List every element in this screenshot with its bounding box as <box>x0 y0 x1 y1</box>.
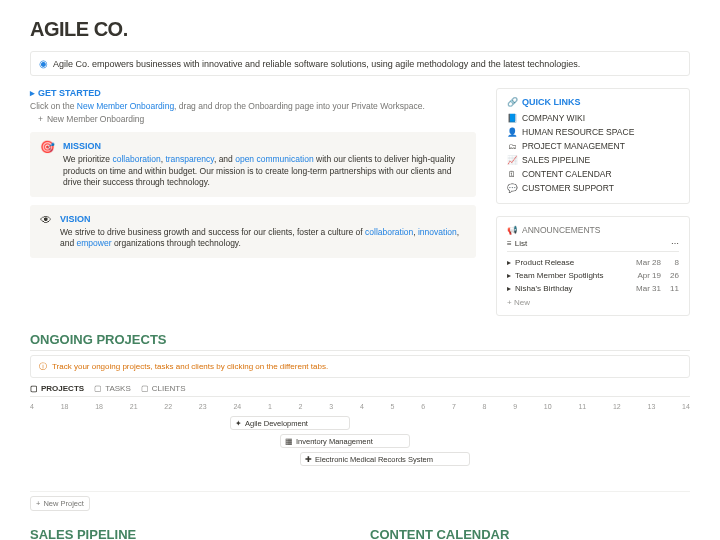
empower-link[interactable]: empower <box>77 238 112 248</box>
timeline-bar[interactable]: ✦Agile Development <box>230 416 350 430</box>
project-timeline[interactable]: ✦Agile Development ▦Inventory Management… <box>30 412 690 492</box>
globe-icon: ◉ <box>39 58 48 69</box>
quick-link-item[interactable]: 💬CUSTOMER SUPPORT <box>507 181 679 195</box>
timeline-date: 21 <box>130 403 138 410</box>
timeline-date: 18 <box>95 403 103 410</box>
timeline-date: 12 <box>613 403 621 410</box>
vision-title: VISION <box>60 213 466 225</box>
transparency-link[interactable]: transparency <box>165 154 214 164</box>
timeline-date: 4 <box>360 403 364 410</box>
timeline-date: 14 <box>682 403 690 410</box>
timeline-bar[interactable]: ▦Inventory Management <box>280 434 410 448</box>
ql-icon: 👤 <box>507 127 517 137</box>
timeline-date: 4 <box>30 403 34 410</box>
timeline-date: 22 <box>164 403 172 410</box>
ql-icon: 🗓 <box>507 169 517 179</box>
onboarding-page-link[interactable]: +New Member Onboarding <box>38 114 476 124</box>
ql-icon: 🗂 <box>507 141 517 151</box>
get-started-label: ▸GET STARTED <box>30 88 476 98</box>
quick-link-item[interactable]: 📈SALES PIPELINE <box>507 153 679 167</box>
timeline-date: 9 <box>513 403 517 410</box>
tab-icon: ▢ <box>94 384 102 393</box>
onboarding-link[interactable]: New Member Onboarding <box>77 101 174 111</box>
quick-link-item[interactable]: 🗂PROJECT MANAGEMENT <box>507 139 679 153</box>
intro-callout: ◉ Agile Co. empowers businesses with inn… <box>30 51 690 76</box>
timeline-date: 6 <box>421 403 425 410</box>
announcement-row[interactable]: ▸Product ReleaseMar 288 <box>507 256 679 269</box>
tab-icon: ▢ <box>141 384 149 393</box>
chevron-icon: ▸ <box>507 284 511 293</box>
quick-link-item[interactable]: 🗓CONTENT CALENDAR <box>507 167 679 181</box>
chevron-icon: ▸ <box>507 258 511 267</box>
timeline-date: 8 <box>483 403 487 410</box>
chevron-icon: ▸ <box>507 271 511 280</box>
vision-callout: 👁 VISION We strive to drive business gro… <box>30 205 476 258</box>
ongoing-hint: ⓘTrack your ongoing projects, tasks and … <box>30 355 690 378</box>
tab-clients[interactable]: ▢CLIENTS <box>141 384 186 393</box>
quick-links-title: 🔗QUICK LINKS <box>507 97 679 107</box>
timeline-date: 3 <box>329 403 333 410</box>
announcement-row[interactable]: ▸Nisha's BirthdayMar 3111 <box>507 282 679 295</box>
get-started-section: ▸GET STARTED Click on the New Member Onb… <box>30 88 476 124</box>
content-heading: CONTENT CALENDAR <box>370 527 690 540</box>
v-collab-link[interactable]: collaboration <box>365 227 413 237</box>
plus-icon: + <box>38 114 43 124</box>
sales-heading: SALES PIPELINE <box>30 527 350 540</box>
timeline-date: 1 <box>268 403 272 410</box>
new-project-button[interactable]: +New Project <box>30 496 90 511</box>
ql-icon: 💬 <box>507 183 517 193</box>
quick-link-item[interactable]: 📘COMPANY WIKI <box>507 111 679 125</box>
timeline-date: 18 <box>61 403 69 410</box>
tab-tasks[interactable]: ▢TASKS <box>94 384 131 393</box>
link-icon: 🔗 <box>507 97 518 107</box>
eye-icon: 👁 <box>40 213 52 250</box>
announcements-view-tab[interactable]: ≡List⋯ <box>507 239 679 252</box>
announcements-title: 📢ANNOUNCEMENTS <box>507 225 679 235</box>
opencomm-link[interactable]: open communication <box>235 154 313 164</box>
plus-icon: + <box>36 499 40 508</box>
intro-text: Agile Co. empowers businesses with innov… <box>53 59 580 69</box>
announcements-new[interactable]: + New <box>507 298 679 307</box>
get-started-hint: Click on the New Member Onboarding, drag… <box>30 101 476 111</box>
mission-callout: 🎯 MISSION We prioritize collaboration, t… <box>30 132 476 197</box>
target-icon: 🎯 <box>40 140 55 189</box>
timeline-date: 7 <box>452 403 456 410</box>
megaphone-icon: 📢 <box>507 225 518 235</box>
list-icon: ≡ <box>507 239 512 248</box>
timeline-bar[interactable]: ✚Electronic Medical Records System <box>300 452 470 466</box>
announcements-box: 📢ANNOUNCEMENTS ≡List⋯ ▸Product ReleaseMa… <box>496 216 690 316</box>
timeline-date: 2 <box>299 403 303 410</box>
info-icon: ⓘ <box>39 361 47 372</box>
timeline-date: 10 <box>544 403 552 410</box>
ongoing-heading: ONGOING PROJECTS <box>30 332 690 351</box>
timeline-date: 24 <box>233 403 241 410</box>
quick-links-box: 🔗QUICK LINKS 📘COMPANY WIKI👤HUMAN RESOURC… <box>496 88 690 204</box>
innovation-link[interactable]: innovation <box>418 227 457 237</box>
timeline-date: 23 <box>199 403 207 410</box>
tab-projects[interactable]: ▢PROJECTS <box>30 384 84 393</box>
timeline-date: 5 <box>391 403 395 410</box>
quick-link-item[interactable]: 👤HUMAN RESOURCE SPACE <box>507 125 679 139</box>
mission-title: MISSION <box>63 140 466 152</box>
collab-link[interactable]: collaboration <box>112 154 160 164</box>
page-title: AGILE CO. <box>30 18 690 41</box>
tab-icon: ▢ <box>30 384 38 393</box>
announcement-row[interactable]: ▸Team Member SpotlightsApr 1926 <box>507 269 679 282</box>
timeline-date: 11 <box>578 403 586 410</box>
timeline-date: 13 <box>647 403 655 410</box>
ql-icon: 📘 <box>507 113 517 123</box>
ql-icon: 📈 <box>507 155 517 165</box>
